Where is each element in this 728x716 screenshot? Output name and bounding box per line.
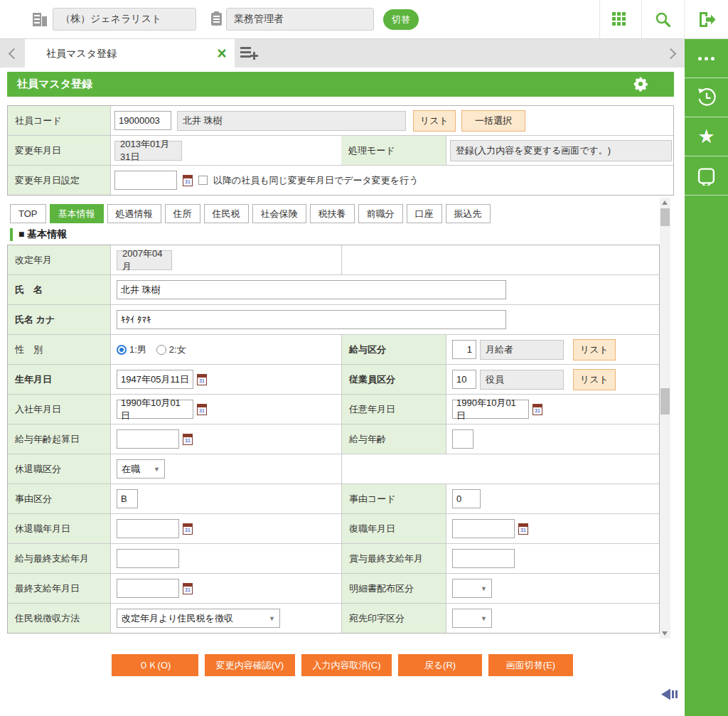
radio-option-label: 1:男 bbox=[129, 343, 146, 356]
tray-icon[interactable] bbox=[685, 156, 728, 196]
last-bonus-month-input[interactable] bbox=[452, 549, 515, 568]
chevron-down-icon: ▼ bbox=[481, 615, 487, 622]
close-icon[interactable]: × bbox=[211, 39, 232, 68]
scrollbar-thumb[interactable] bbox=[660, 388, 670, 415]
calendar-icon[interactable]: 31 bbox=[518, 523, 528, 535]
calendar-icon[interactable]: 31 bbox=[183, 583, 193, 594]
switch-screen-button[interactable]: 画面切替(E) bbox=[488, 654, 573, 676]
form-row-8: 事由区分B事由コード0 bbox=[8, 484, 659, 514]
switch-button[interactable]: 切替 bbox=[383, 9, 419, 30]
divider bbox=[641, 0, 642, 38]
form-row-5: 入社年月日1990年10月01日31任意年月日1990年10月01日31 bbox=[8, 395, 659, 424]
employee-list-button[interactable]: リスト bbox=[413, 110, 456, 132]
add-tab-icon[interactable] bbox=[240, 47, 259, 60]
reason-code-input[interactable]: 0 bbox=[452, 489, 481, 508]
name-kana-input[interactable]: ｷﾀｲ ﾀﾏｷ bbox=[117, 310, 506, 329]
same-date-checkbox[interactable] bbox=[198, 176, 208, 185]
scroll-down-icon[interactable] bbox=[662, 631, 668, 636]
building-icon bbox=[33, 13, 47, 26]
apps-grid-icon[interactable] bbox=[612, 12, 627, 27]
field-label: 生年月日 bbox=[8, 365, 111, 394]
salary-age-input[interactable] bbox=[452, 429, 473, 449]
employee-code-row: 社員コード 19000003 北井 珠樹 リスト 一括選択 bbox=[8, 106, 673, 136]
company-field[interactable]: （株）ジェネラリスト bbox=[53, 8, 196, 31]
form-tab-6[interactable]: 税扶養 bbox=[310, 204, 355, 223]
bulk-select-button[interactable]: 一括選択 bbox=[461, 110, 525, 132]
salary-age-start-input[interactable] bbox=[117, 429, 179, 449]
scroll-up-icon[interactable] bbox=[662, 201, 668, 205]
window-tab-bar: 社員マスタ登録 × bbox=[0, 39, 685, 68]
field-content: 1947年05月11日31 bbox=[111, 365, 342, 394]
back-button[interactable]: 戻る(R) bbox=[398, 654, 482, 676]
salary-class-list-button[interactable]: リスト bbox=[573, 339, 616, 360]
field-label: 賞与最終支給年月 bbox=[342, 544, 446, 573]
empty-cell bbox=[342, 245, 659, 274]
form-tab-4[interactable]: 住民税 bbox=[204, 204, 249, 223]
field-label: 変更年月日 bbox=[8, 136, 111, 165]
form-tab-5[interactable]: 社会保険 bbox=[252, 204, 306, 223]
field-label: 給与区分 bbox=[342, 335, 446, 364]
field-label: 処理モード bbox=[341, 136, 446, 165]
calendar-icon[interactable]: 31 bbox=[197, 404, 207, 415]
logout-icon[interactable] bbox=[697, 11, 716, 28]
employee-class-list-button[interactable]: リスト bbox=[573, 369, 616, 390]
gear-icon[interactable] bbox=[633, 76, 648, 92]
change-date-setting-row: 変更年月日設定 31 以降の社員も同じ変更年月日でデータ変更を行う bbox=[8, 166, 673, 195]
field-label: 任意年月日 bbox=[342, 395, 446, 424]
optional-date-input[interactable]: 1990年10月01日 bbox=[452, 400, 529, 419]
ok-button[interactable]: ＯＫ(O) bbox=[112, 654, 198, 676]
form-tab-1[interactable]: 基本情報 bbox=[50, 204, 104, 223]
last-payment-date-input[interactable] bbox=[117, 579, 179, 598]
employee-class-input[interactable]: 10 bbox=[452, 370, 476, 389]
reason-class-input[interactable]: B bbox=[117, 489, 138, 508]
name-input[interactable]: 北井 珠樹 bbox=[117, 280, 506, 299]
collapse-left-icon[interactable] bbox=[660, 687, 680, 702]
field-content: ▼ bbox=[446, 574, 659, 603]
form-tab-7[interactable]: 前職分 bbox=[358, 204, 403, 223]
salary-class-input[interactable]: 1 bbox=[452, 340, 476, 359]
scrollbar-thumb[interactable] bbox=[660, 208, 670, 226]
address-print-select[interactable]: ▼ bbox=[452, 609, 492, 628]
calendar-icon[interactable]: 31 bbox=[183, 523, 193, 535]
last-salary-month-input[interactable] bbox=[117, 549, 179, 568]
birthdate-input[interactable]: 1947年05月11日 bbox=[117, 370, 193, 389]
cancel-input-button[interactable]: 入力内容取消(C) bbox=[301, 654, 392, 676]
history-icon[interactable] bbox=[685, 78, 728, 117]
vertical-scrollbar[interactable] bbox=[660, 198, 670, 638]
field-label: 事由コード bbox=[342, 484, 446, 513]
form-tab-2[interactable]: 処遇情報 bbox=[107, 204, 161, 223]
radio-option[interactable]: 2:女 bbox=[156, 343, 186, 356]
more-menu-icon[interactable] bbox=[685, 39, 728, 78]
chevron-right-icon[interactable] bbox=[665, 48, 677, 60]
hire-date-input[interactable]: 1990年10月01日 bbox=[117, 400, 193, 419]
header-form-table: 社員コード 19000003 北井 珠樹 リスト 一括選択 変更年月日 2013… bbox=[7, 105, 674, 196]
search-icon[interactable] bbox=[654, 11, 672, 28]
form-tab-0[interactable]: TOP bbox=[10, 204, 46, 223]
leave-date-input[interactable] bbox=[117, 519, 179, 538]
basic-info-form-table: 改定年月2007年04月氏 名北井 珠樹氏名 カナｷﾀｲ ﾀﾏｷ性 別1:男2:… bbox=[7, 245, 660, 634]
confirm-changes-button[interactable]: 変更内容確認(V) bbox=[205, 654, 295, 676]
calendar-icon[interactable]: 31 bbox=[532, 404, 542, 415]
resident-tax-method-select[interactable]: 改定年月より住民税を徴収▼ bbox=[117, 609, 280, 628]
leave-class-select[interactable]: 在職▼ bbox=[117, 459, 165, 479]
employee-code-input[interactable]: 19000003 bbox=[114, 111, 171, 130]
form-tab-8[interactable]: 口座 bbox=[407, 204, 442, 223]
role-field[interactable]: 業務管理者 bbox=[226, 8, 374, 31]
change-date-field: 2013年01月31日 bbox=[114, 141, 182, 161]
calendar-icon[interactable]: 31 bbox=[183, 434, 193, 445]
right-sidebar: ★ bbox=[685, 39, 728, 716]
form-tab-3[interactable]: 住所 bbox=[165, 204, 200, 223]
calendar-icon[interactable]: 31 bbox=[183, 175, 193, 186]
calendar-icon[interactable]: 31 bbox=[197, 374, 207, 385]
return-date-input[interactable] bbox=[452, 519, 515, 538]
field-label: 休退職年月日 bbox=[8, 514, 111, 543]
statement-distribution-select[interactable]: ▼ bbox=[452, 579, 492, 598]
process-mode-field: 登録(入力内容を変更する画面です。) bbox=[450, 140, 672, 161]
form-tab-9[interactable]: 振込先 bbox=[446, 204, 491, 223]
active-window-tab[interactable]: 社員マスタ登録 × bbox=[25, 39, 235, 68]
change-date-setting-input[interactable] bbox=[114, 171, 177, 190]
clipboard-icon bbox=[211, 13, 222, 26]
radio-option-selected[interactable]: 1:男 bbox=[117, 343, 146, 356]
chevron-left-icon[interactable] bbox=[9, 48, 20, 60]
favorites-star-icon[interactable]: ★ bbox=[685, 117, 728, 156]
